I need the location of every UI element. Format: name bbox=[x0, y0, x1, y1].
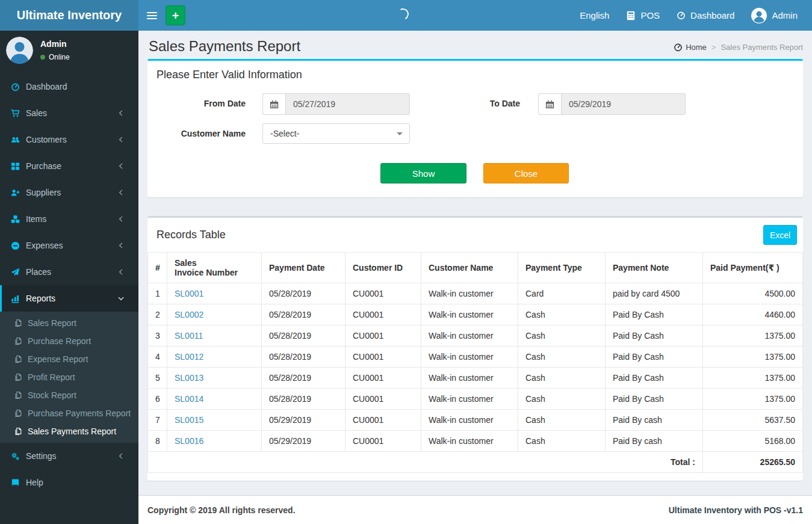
invoice-link[interactable]: SL0013 bbox=[175, 373, 203, 383]
invoice-link[interactable]: SL0012 bbox=[175, 352, 203, 362]
excel-export-button[interactable]: Excel bbox=[763, 225, 797, 245]
cell: 4500.00 bbox=[703, 283, 803, 304]
add-new-button[interactable]: + bbox=[166, 5, 185, 25]
sidebar-subitem-purchase-payments-report[interactable]: Purchase Payments Report bbox=[0, 404, 138, 422]
sidebar-item-purchase[interactable]: Purchase bbox=[0, 153, 138, 179]
cell: 3 bbox=[148, 325, 167, 347]
sidebar-item-label: Reports bbox=[26, 294, 55, 303]
sidebar-item-label: Purchase bbox=[26, 161, 61, 171]
sidebar-item-customers[interactable]: Customers bbox=[0, 126, 138, 153]
sidebar-item-dashboard[interactable]: Dashboard bbox=[0, 73, 138, 100]
nav-pos[interactable]: POS bbox=[618, 0, 668, 31]
chevron-left-icon bbox=[117, 109, 125, 117]
invoice-link[interactable]: SL0016 bbox=[175, 436, 203, 446]
to-date-group bbox=[538, 93, 686, 115]
sidebar-subitem-expense-report[interactable]: Expense Report bbox=[0, 350, 138, 368]
cell-invoice: SL0013 bbox=[167, 368, 262, 389]
sidebar-item-suppliers[interactable]: Suppliers bbox=[0, 179, 138, 206]
tachometer-icon bbox=[677, 11, 686, 20]
sidebar-item-settings[interactable]: Settings bbox=[0, 443, 138, 469]
invoice-link[interactable]: SL0014 bbox=[175, 394, 203, 404]
cell: 5 bbox=[148, 368, 167, 389]
to-date-input[interactable] bbox=[561, 93, 686, 115]
nav-user-menu[interactable]: Admin bbox=[743, 0, 806, 31]
cell: CU0001 bbox=[346, 431, 421, 452]
sidebar-item-label: Sales bbox=[26, 108, 47, 118]
chevron-down-icon bbox=[397, 132, 403, 135]
nav-language[interactable]: English bbox=[571, 0, 618, 31]
cell: Cash bbox=[518, 431, 606, 452]
cell: paid by card 4500 bbox=[606, 283, 703, 304]
sidebar-subitem-sales-report[interactable]: Sales Report bbox=[0, 314, 138, 332]
breadcrumb: Home > Sales Payments Report bbox=[674, 43, 803, 52]
close-button[interactable]: Close bbox=[483, 163, 569, 183]
total-label: Total : bbox=[148, 452, 703, 473]
invoice-link[interactable]: SL0015 bbox=[175, 415, 203, 425]
sidebar-subitem-label: Profit Report bbox=[28, 372, 75, 382]
show-button[interactable]: Show bbox=[380, 163, 466, 183]
cell: 1375.00 bbox=[703, 325, 803, 347]
sidebar-item-items[interactable]: Items bbox=[0, 206, 138, 232]
cell: 1 bbox=[148, 283, 167, 304]
user-panel: Admin Online bbox=[0, 31, 138, 70]
cell: Paid By cash bbox=[606, 431, 703, 452]
invoice-link[interactable]: SL0011 bbox=[175, 331, 203, 341]
to-date-calendar-button[interactable] bbox=[538, 93, 561, 115]
records-table: #Sales Invoice NumberPayment DateCustome… bbox=[147, 252, 803, 473]
breadcrumb-home[interactable]: Home bbox=[674, 43, 707, 52]
files-icon bbox=[13, 391, 23, 399]
hamburger-menu-button[interactable] bbox=[138, 0, 166, 31]
table-header-row: #Sales Invoice NumberPayment DateCustome… bbox=[148, 253, 803, 283]
col-header-sales-invoice-number: Sales Invoice Number bbox=[167, 253, 262, 283]
gears-icon bbox=[9, 452, 21, 461]
main-column: + English POS Dashboard Admin bbox=[138, 0, 812, 524]
sidebar-item-reports[interactable]: Reports bbox=[0, 285, 138, 312]
app-logo[interactable]: Ultimate Inventory bbox=[0, 0, 138, 31]
cell: CU0001 bbox=[346, 283, 421, 304]
user-plus-icon bbox=[9, 188, 21, 197]
from-date-calendar-button[interactable] bbox=[262, 93, 285, 115]
col-header-customer-id: Customer ID bbox=[346, 253, 421, 283]
files-icon bbox=[13, 319, 23, 327]
online-status-label: Online bbox=[49, 53, 70, 61]
customer-name-select[interactable]: -Select- bbox=[262, 123, 410, 144]
cell: Cash bbox=[518, 347, 606, 368]
table-row: 8SL001605/29/2019CU0001Walk-in customerC… bbox=[148, 431, 803, 452]
cell: CU0001 bbox=[346, 389, 421, 410]
sidebar-item-label: Expenses bbox=[26, 241, 63, 250]
chevron-down-icon bbox=[117, 295, 125, 302]
cell: Cash bbox=[518, 389, 606, 410]
cell: Paid By Cash bbox=[606, 368, 703, 389]
cell: CU0001 bbox=[346, 347, 421, 368]
app-window: Ultimate Inventory Admin Online Dashboar… bbox=[0, 0, 812, 524]
nav-dashboard[interactable]: Dashboard bbox=[668, 0, 743, 31]
cell: 1375.00 bbox=[703, 389, 803, 410]
sidebar-subitem-purchase-report[interactable]: Purchase Report bbox=[0, 332, 138, 350]
cell: Cash bbox=[518, 368, 606, 389]
app-version-text: Ultimate Inventory with POS -v1.1 bbox=[669, 505, 803, 515]
sidebar-subitem-profit-report[interactable]: Profit Report bbox=[0, 368, 138, 386]
col-header-customer-name: Customer Name bbox=[421, 253, 518, 283]
page-title: Sales Payments Report bbox=[149, 38, 300, 55]
col-header-payment-note: Payment Note bbox=[606, 253, 703, 283]
users-icon bbox=[9, 135, 21, 144]
cell: 1375.00 bbox=[703, 347, 803, 368]
sidebar-item-expenses[interactable]: Expenses bbox=[0, 232, 138, 259]
sidebar-item-places[interactable]: Places bbox=[0, 259, 138, 285]
cell: 5168.00 bbox=[703, 431, 803, 452]
sidebar-item-sales[interactable]: Sales bbox=[0, 100, 138, 126]
app-title: Ultimate Inventory bbox=[17, 8, 122, 22]
sidebar: Ultimate Inventory Admin Online Dashboar… bbox=[0, 0, 138, 524]
home-dashboard-icon bbox=[674, 43, 683, 52]
invoice-link[interactable]: SL0001 bbox=[175, 289, 203, 298]
sidebar-subitem-stock-report[interactable]: Stock Report bbox=[0, 386, 138, 404]
invoice-link[interactable]: SL0002 bbox=[175, 310, 203, 319]
table-row: 6SL001405/28/2019CU0001Walk-in customerC… bbox=[148, 389, 803, 410]
files-icon bbox=[13, 337, 23, 345]
cell: 2 bbox=[148, 304, 167, 325]
minus-circle-icon bbox=[9, 241, 21, 250]
from-date-input[interactable] bbox=[285, 93, 410, 115]
sidebar-item-help[interactable]: Help bbox=[0, 469, 138, 496]
cell: Paid By Cash bbox=[606, 389, 703, 410]
sidebar-subitem-sales-payments-report[interactable]: Sales Payments Report bbox=[0, 422, 138, 440]
